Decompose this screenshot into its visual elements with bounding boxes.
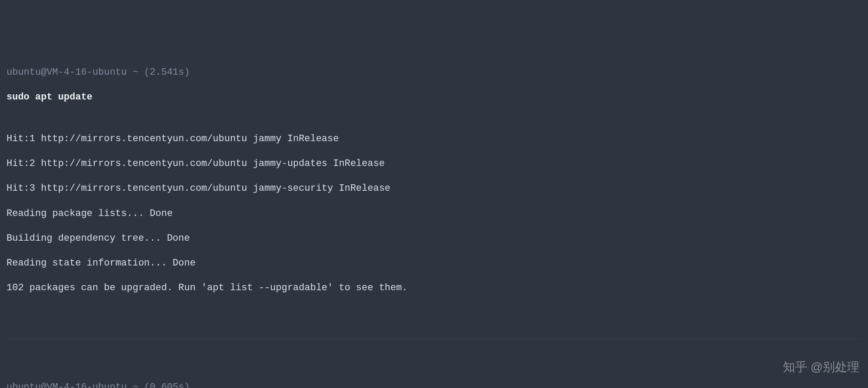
terminal-block-1: ubuntu@VM-4-16-ubuntu ~ (2.541s) sudo ap… [7, 54, 861, 307]
separator [7, 338, 861, 339]
prompt-line: ubuntu@VM-4-16-ubuntu ~ (0.605s) [7, 381, 861, 388]
watermark: 知乎 @别处理 [783, 359, 859, 375]
output-line: Hit:2 http://mirrors.tencentyun.com/ubun… [7, 158, 861, 170]
output-line: Building dependency tree... Done [7, 232, 861, 245]
output-line: Hit:3 http://mirrors.tencentyun.com/ubun… [7, 182, 861, 195]
output-line: Hit:1 http://mirrors.tencentyun.com/ubun… [7, 133, 861, 146]
command-text: sudo apt update [7, 91, 861, 104]
terminal-block-2: ubuntu@VM-4-16-ubuntu ~ (0.605s) sudo ap… [7, 369, 861, 388]
output-line: Reading package lists... Done [7, 208, 861, 220]
prompt-line: ubuntu@VM-4-16-ubuntu ~ (2.541s) [7, 66, 861, 79]
output-line: 102 packages can be upgraded. Run 'apt l… [7, 282, 861, 295]
output-line: Reading state information... Done [7, 257, 861, 270]
